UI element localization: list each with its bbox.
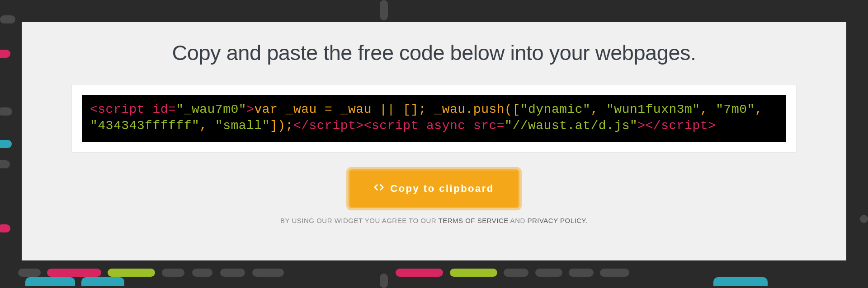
terms-of-service-link[interactable]: TERMS OF SERVICE — [439, 217, 509, 224]
code-string: "//waust.at/d.js" — [505, 119, 637, 133]
code-js: , — [755, 102, 771, 116]
code-js: , — [590, 102, 606, 116]
code-js: , — [700, 102, 716, 116]
bg-stripe — [504, 269, 528, 277]
bg-stripe — [18, 269, 41, 277]
bg-stripe — [25, 277, 75, 286]
code-tag: ipt> — [684, 119, 716, 133]
code-tag: > — [637, 119, 645, 133]
code-tag: </scr — [293, 119, 333, 133]
page-title: Copy and paste the free code below into … — [71, 40, 797, 65]
bg-stripe — [252, 269, 284, 277]
code-string: "wun1fuxn3m" — [606, 102, 700, 116]
code-container: <script id="_wau7m0">var _wau = _wau || … — [71, 85, 797, 153]
bg-stripe — [860, 215, 868, 223]
code-tag: ipt> — [332, 119, 363, 133]
code-tag: <script id= — [90, 102, 176, 116]
code-js: ]); — [270, 119, 293, 133]
bg-stripe — [535, 269, 562, 277]
disclaimer-prefix: BY USING OUR WIDGET YOU AGREE TO OUR — [280, 217, 438, 224]
copy-to-clipboard-button[interactable]: Copy to clipboard — [350, 171, 518, 207]
bg-stripe — [600, 269, 629, 277]
bg-stripe — [162, 269, 184, 277]
bg-stripe — [569, 269, 594, 277]
main-card: Copy and paste the free code below into … — [22, 22, 846, 260]
bg-stripe — [0, 160, 10, 168]
disclaimer-suffix: . — [585, 217, 588, 224]
bg-stripe — [0, 50, 10, 58]
code-tag: > — [246, 102, 254, 116]
bg-stripe — [713, 277, 768, 286]
bg-stripe — [0, 15, 15, 23]
bg-stripe — [220, 269, 245, 277]
code-string: "small" — [215, 119, 270, 133]
privacy-policy-link[interactable]: PRIVACY POLICY — [527, 217, 585, 224]
bg-stripe — [192, 269, 212, 277]
disclaimer-text: BY USING OUR WIDGET YOU AGREE TO OUR TER… — [71, 217, 797, 224]
bg-stripe — [47, 269, 101, 277]
bg-stripe — [380, 274, 388, 288]
code-string: "434343ffffff" — [90, 119, 199, 133]
code-tag: <script async src= — [364, 119, 505, 133]
code-tag: </scr — [646, 119, 685, 133]
bg-stripe — [396, 269, 443, 277]
bg-stripe — [81, 277, 124, 286]
code-js: var _wau = _wau || []; _wau.push([ — [254, 102, 520, 116]
bg-stripe — [0, 224, 10, 232]
code-string: "7m0" — [716, 102, 755, 116]
code-icon — [374, 182, 384, 195]
bg-stripe — [108, 269, 155, 277]
bg-stripe — [0, 140, 12, 148]
disclaimer-mid: AND — [509, 217, 528, 224]
copy-button-label: Copy to clipboard — [390, 183, 494, 195]
bg-stripe — [450, 269, 497, 277]
code-js: , — [199, 119, 215, 133]
code-snippet[interactable]: <script id="_wau7m0">var _wau = _wau || … — [82, 95, 786, 142]
bg-stripe — [0, 107, 12, 116]
code-string: "dynamic" — [520, 102, 591, 116]
code-string: "_wau7m0" — [176, 102, 246, 116]
bg-stripe — [380, 0, 388, 20]
